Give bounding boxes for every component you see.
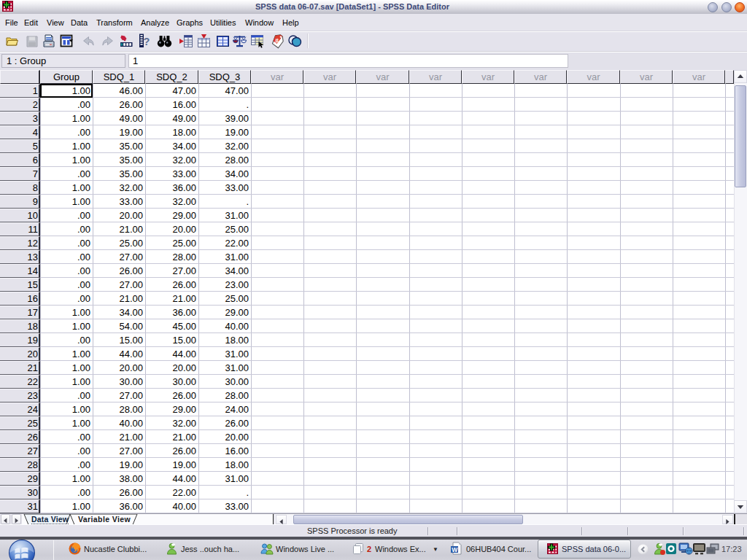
svg-text:W: W [452, 546, 458, 553]
svg-text:?: ? [144, 36, 150, 47]
